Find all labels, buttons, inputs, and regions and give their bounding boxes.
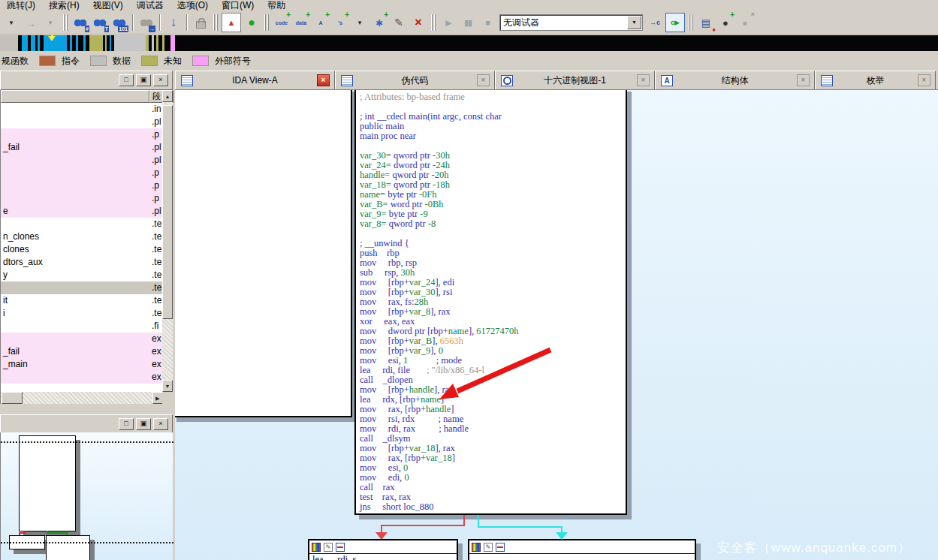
make-string-caret-icon[interactable]: ▾	[351, 14, 369, 32]
function-row[interactable]: ex	[1, 371, 163, 384]
graph-overview-panel[interactable]	[0, 432, 173, 560]
function-row[interactable]: _mainex	[1, 358, 163, 371]
make-data-icon[interactable]: data+	[292, 14, 310, 32]
tab-close-icon[interactable]: ×	[477, 74, 490, 86]
make-code-icon[interactable]: code+	[273, 14, 291, 32]
function-row[interactable]: dtors_aux.te	[1, 256, 163, 269]
menu-item[interactable]: 跳转(J)	[0, 0, 42, 12]
scroll-up-icon[interactable]: ▲	[162, 90, 173, 102]
node-trace-icon[interactable]	[336, 543, 345, 552]
search-binary-icon[interactable]: 101	[110, 14, 128, 32]
lock-highlight-icon[interactable]	[192, 14, 210, 32]
tab-close-icon[interactable]: ×	[918, 74, 930, 86]
tab-十六进制视图-1[interactable]: 十六进制视图-1×	[495, 71, 655, 89]
function-row[interactable]: .p	[1, 179, 163, 192]
graph-node-clipped-left[interactable]	[175, 90, 352, 417]
maximize-icon[interactable]: □	[119, 418, 134, 430]
function-name: clones	[3, 243, 29, 256]
graph-node-false-branch[interactable]: ✎ lea rdi, s	[308, 539, 458, 560]
tab-close-icon[interactable]: ×	[637, 74, 650, 86]
scroll-down-icon[interactable]: ▼	[162, 380, 173, 392]
graph-node-main[interactable]: ; Attributes: bp-based frame ; int __cde…	[354, 90, 627, 515]
function-row[interactable]: n_clones.te	[1, 230, 163, 243]
restore-icon[interactable]: ▣	[136, 74, 151, 86]
menu-item[interactable]: 搜索(H)	[42, 0, 86, 12]
node-edit-icon[interactable]: ✎	[324, 543, 333, 552]
maximize-icon[interactable]: □	[119, 74, 134, 86]
graph-node-true-branch[interactable]: ✎	[468, 539, 696, 560]
attach-to-process-icon[interactable]: →c	[646, 14, 664, 32]
scroll-right-icon[interactable]: ▶	[152, 392, 163, 404]
edit-rename-icon[interactable]: ✎	[390, 14, 408, 32]
function-row[interactable]: .fi	[1, 320, 163, 333]
search-text-icon[interactable]: T	[91, 14, 109, 32]
tab-close-icon[interactable]: ×	[797, 74, 810, 86]
forward-history-caret-icon[interactable]: ▾	[41, 14, 59, 32]
function-row[interactable]: clones.te	[1, 243, 163, 256]
horizontal-scrollbar[interactable]: ▶	[1, 392, 163, 404]
function-row[interactable]: ex	[1, 333, 163, 345]
function-row[interactable]: .pl	[1, 116, 163, 128]
debugger-pause-icon[interactable]: ▮▮	[459, 14, 477, 32]
search-again-icon[interactable]: →	[137, 14, 155, 32]
horizontal-scroll-thumb[interactable]	[2, 392, 23, 404]
node-color-palette-icon[interactable]	[472, 543, 481, 552]
debugger-select[interactable]: 无调试器▼	[499, 14, 643, 31]
make-string-icon[interactable]: 's+	[331, 14, 349, 32]
tab-IDA View-A[interactable]: IDA View-A×	[175, 71, 335, 89]
menu-item[interactable]: 窗口(W)	[215, 0, 261, 12]
function-row[interactable]: .pl	[1, 154, 163, 167]
node-color-palette-icon[interactable]	[312, 543, 321, 552]
make-ascii-icon[interactable]: A+	[312, 14, 330, 32]
segment-column-header[interactable]: 段	[149, 90, 163, 103]
function-name: it	[3, 294, 8, 307]
node-edit-icon[interactable]: ✎	[484, 543, 493, 552]
vertical-scrollbar[interactable]: ▲ ▼	[162, 90, 173, 392]
add-breakpoint-icon[interactable]: ●+	[716, 14, 734, 32]
search-immediate-icon[interactable]: #	[71, 14, 89, 32]
vertical-scroll-thumb[interactable]	[162, 105, 173, 319]
function-row[interactable]: .te	[1, 282, 163, 294]
back-history-caret-icon[interactable]: ▾	[2, 14, 20, 32]
debugger-stop-icon[interactable]: ■	[478, 14, 496, 32]
menu-item[interactable]: 调试器	[130, 0, 170, 12]
make-ascii-icon-badge: +	[324, 11, 330, 18]
function-row[interactable]: _failex	[1, 345, 163, 358]
tab-close-icon[interactable]: ×	[317, 74, 330, 86]
back-history-caret-icon-glyph: ▾	[10, 19, 14, 26]
dropdown-caret-icon[interactable]: ▼	[627, 16, 641, 29]
function-row[interactable]: .p	[1, 192, 163, 205]
function-row[interactable]: it.te	[1, 294, 163, 307]
navigate-forward-icon-glyph: →	[26, 17, 37, 29]
tab-枚举[interactable]: 枚举×	[815, 71, 936, 89]
function-row[interactable]: _fail.pl	[1, 141, 163, 154]
function-row[interactable]: .p	[1, 167, 163, 179]
function-row[interactable]: e.pl	[1, 205, 163, 218]
jump-to-address-icon[interactable]: ↓	[164, 14, 182, 32]
restore-icon[interactable]: ▣	[136, 418, 151, 430]
tab-结构体[interactable]: A结构体×	[655, 71, 815, 89]
run-to-cursor-icon[interactable]: c▶	[665, 13, 685, 32]
function-row[interactable]: .te	[1, 218, 163, 230]
delete-breakpoint-icon[interactable]: ●×	[736, 14, 754, 32]
problems-list-icon[interactable]: ▲	[222, 13, 241, 32]
name-column-header[interactable]	[1, 90, 149, 103]
close-icon[interactable]: ×	[153, 418, 168, 430]
function-row[interactable]: y.te	[1, 269, 163, 282]
analysis-status-icon[interactable]: ●	[243, 14, 261, 32]
function-row[interactable]: i.te	[1, 307, 163, 320]
debugger-run-icon[interactable]: ▶	[439, 14, 457, 32]
tab-伪代码[interactable]: 伪代码×	[335, 71, 495, 89]
menu-item[interactable]: 视图(V)	[86, 0, 130, 12]
breakpoint-list-icon[interactable]: ▤●	[697, 14, 715, 32]
menu-item[interactable]: 选项(O)	[170, 0, 215, 12]
navigate-forward-icon[interactable]: →	[22, 14, 40, 32]
function-row[interactable]: .p	[1, 128, 163, 141]
graph-view[interactable]: ; Attributes: bp-based frame ; int __cde…	[175, 90, 938, 560]
function-row[interactable]: .in	[1, 103, 163, 116]
close-icon[interactable]: ×	[153, 74, 168, 86]
undefine-icon[interactable]: ×	[409, 14, 427, 32]
make-array-icon[interactable]: ∗+	[370, 14, 388, 32]
navigation-band[interactable]	[0, 35, 938, 51]
node-trace-icon[interactable]	[496, 543, 505, 552]
